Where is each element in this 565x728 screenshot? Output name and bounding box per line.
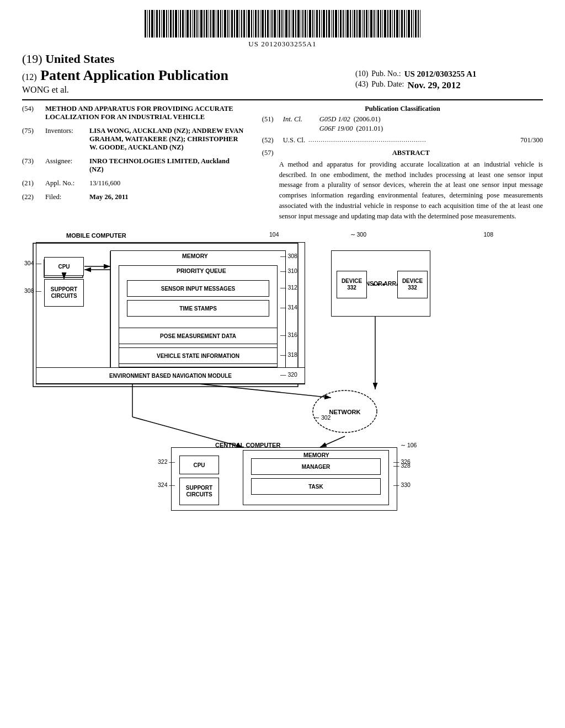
pub-date-label: Pub. Date: bbox=[371, 80, 404, 91]
ref-304: 304 — bbox=[24, 260, 41, 266]
ref-300: ∼ 300 bbox=[350, 231, 366, 238]
svg-rect-50 bbox=[262, 10, 264, 38]
ref-312: — 312 bbox=[280, 284, 297, 291]
pub-date-num: (43) bbox=[355, 80, 368, 91]
svg-rect-70 bbox=[309, 10, 311, 38]
field-73-num: (73) bbox=[22, 157, 40, 165]
svg-rect-72 bbox=[315, 10, 315, 38]
svg-rect-106 bbox=[394, 10, 395, 38]
svg-rect-80 bbox=[333, 10, 334, 38]
svg-rect-71 bbox=[312, 10, 313, 38]
svg-rect-29 bbox=[212, 10, 215, 38]
svg-rect-74 bbox=[319, 10, 320, 38]
pub-no-num: (10) bbox=[355, 69, 368, 79]
country-name: United States bbox=[45, 52, 114, 66]
svg-rect-57 bbox=[279, 10, 280, 38]
support-circuits-bottom-box: SUPPORTCIRCUITS bbox=[179, 478, 219, 505]
svg-rect-78 bbox=[328, 10, 330, 38]
svg-rect-27 bbox=[209, 10, 209, 38]
svg-rect-65 bbox=[297, 10, 300, 38]
dots-label: • • • bbox=[372, 280, 385, 289]
right-column: Publication Classification (51) Int. Cl.… bbox=[257, 105, 543, 222]
svg-rect-48 bbox=[258, 10, 259, 38]
field-54-num: (54) bbox=[22, 105, 40, 113]
svg-line-133 bbox=[320, 436, 345, 447]
env-nav-box: ENVIRONMENT BASED NAVIGATION MODULE bbox=[36, 367, 305, 384]
svg-rect-43 bbox=[246, 10, 247, 38]
patent-number: US 20120303255A1 bbox=[0, 40, 565, 49]
svg-rect-14 bbox=[178, 10, 179, 38]
field-22-num: (22) bbox=[22, 193, 40, 201]
svg-rect-13 bbox=[175, 10, 177, 38]
diagram-section: MOBILE COMPUTER ∼ 300 104 108 CPU MEMORY… bbox=[0, 221, 565, 513]
ref-316: — 316 bbox=[280, 331, 297, 338]
ref-322: 322 — bbox=[158, 458, 175, 465]
svg-rect-41 bbox=[241, 10, 242, 38]
ref-310: — 310 bbox=[280, 267, 297, 274]
svg-rect-58 bbox=[281, 10, 282, 38]
country-line: (19) United States bbox=[22, 52, 543, 66]
field-75-content: LISA WONG, AUCKLAND (NZ); ANDREW EVAN GR… bbox=[89, 127, 246, 152]
title-pub-row: (12) Patent Application Publication WONG… bbox=[22, 67, 543, 95]
ref-108: 108 bbox=[483, 231, 493, 238]
country-num: (19) bbox=[22, 52, 42, 66]
us-cl-dots: ........................................… bbox=[308, 136, 517, 144]
svg-rect-92 bbox=[362, 10, 363, 38]
barcode-area: US 20120303255A1 bbox=[0, 0, 565, 52]
svg-rect-55 bbox=[274, 10, 276, 38]
int-cl-row-2: G06F 19/00 (2011.01) bbox=[319, 125, 543, 133]
publication-classification: Publication Classification (51) Int. Cl.… bbox=[262, 105, 543, 144]
svg-rect-9 bbox=[166, 10, 167, 38]
svg-rect-34 bbox=[224, 10, 226, 38]
svg-rect-117 bbox=[420, 10, 420, 38]
svg-rect-97 bbox=[374, 10, 375, 38]
svg-rect-22 bbox=[196, 10, 198, 38]
svg-rect-85 bbox=[345, 10, 345, 38]
field-21: (21) Appl. No.: 13/116,600 bbox=[22, 179, 246, 188]
int-cl-code-1: G06F 19/00 bbox=[319, 125, 353, 133]
mobile-computer-label: MOBILE COMPUTER bbox=[66, 232, 126, 239]
svg-rect-83 bbox=[340, 10, 342, 38]
svg-text:NETWORK: NETWORK bbox=[329, 409, 361, 415]
int-cl-item-1: G06F 19/00 (2011.01) bbox=[319, 125, 383, 133]
svg-rect-23 bbox=[199, 10, 199, 38]
memory-bottom-label: MEMORY bbox=[303, 452, 329, 458]
svg-rect-16 bbox=[182, 10, 184, 38]
priority-queue-label: PRIORITY QUEUE bbox=[177, 267, 226, 274]
svg-rect-75 bbox=[321, 10, 322, 38]
cpu-top-box: CPU bbox=[44, 257, 84, 276]
cpu-bottom-box: CPU bbox=[179, 456, 219, 474]
barcode-image bbox=[145, 10, 420, 38]
int-cl-row: (51) Int. Cl. G05D 1/02 (2006.01) bbox=[262, 115, 543, 124]
svg-rect-91 bbox=[359, 10, 361, 38]
svg-rect-94 bbox=[366, 10, 367, 38]
pub-date-value: Nov. 29, 2012 bbox=[407, 80, 460, 91]
svg-rect-53 bbox=[270, 10, 270, 38]
ref-330: — 330 bbox=[393, 481, 411, 488]
abstract-text: A method and apparatus for providing acc… bbox=[279, 159, 543, 222]
svg-rect-69 bbox=[307, 10, 308, 38]
svg-rect-79 bbox=[331, 10, 332, 38]
svg-rect-12 bbox=[173, 10, 174, 38]
svg-rect-101 bbox=[382, 10, 383, 38]
time-stamps-box: TIME STAMPS bbox=[127, 300, 269, 317]
field-73-content: INRO TECHNOLOGIES LIMITED, Auckland (NZ) bbox=[89, 157, 246, 174]
field-22: (22) Filed: May 26, 2011 bbox=[22, 193, 246, 201]
svg-rect-3 bbox=[151, 10, 153, 38]
svg-rect-32 bbox=[220, 10, 221, 38]
svg-rect-115 bbox=[415, 10, 417, 38]
svg-rect-56 bbox=[277, 10, 278, 38]
svg-rect-61 bbox=[289, 10, 290, 38]
field-73-label: Assignee: bbox=[45, 157, 84, 165]
svg-rect-26 bbox=[206, 10, 207, 38]
svg-rect-82 bbox=[338, 10, 339, 38]
svg-rect-39 bbox=[236, 10, 238, 38]
network-container: NETWORK bbox=[309, 387, 381, 436]
svg-rect-38 bbox=[234, 10, 235, 38]
svg-rect-2 bbox=[149, 10, 150, 38]
ref-328: — 328 bbox=[393, 462, 411, 469]
svg-rect-28 bbox=[210, 10, 211, 38]
svg-rect-42 bbox=[243, 10, 245, 38]
left-column: (54) METHOD AND APPARATUS FOR PROVIDING … bbox=[22, 105, 257, 222]
svg-rect-86 bbox=[347, 10, 349, 38]
